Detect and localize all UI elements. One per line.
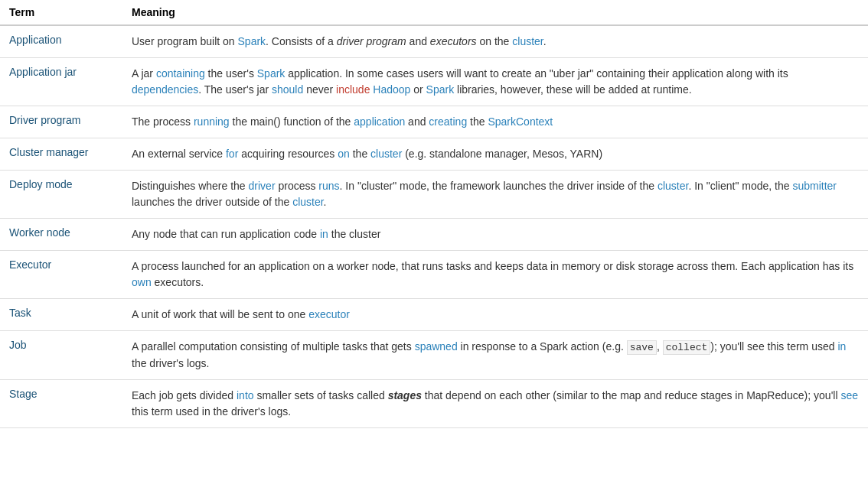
meaning-cell: User program built on Spark. Consists of… bbox=[122, 25, 868, 58]
term-cell: Stage bbox=[0, 379, 122, 427]
term-header: Term bbox=[0, 0, 122, 25]
link-driver: driver bbox=[249, 180, 276, 192]
table-row: Cluster manager An external service for … bbox=[0, 138, 868, 171]
term-cell: Job bbox=[0, 331, 122, 380]
table-row: Application jar A jar containing the use… bbox=[0, 58, 868, 106]
link-in: in bbox=[320, 228, 328, 240]
code-collect: collect bbox=[663, 340, 711, 355]
link-submitter: submitter bbox=[792, 180, 837, 192]
link-into: into bbox=[237, 389, 254, 401]
link-spawned: spawned bbox=[415, 340, 458, 353]
table-row: Application User program built on Spark.… bbox=[0, 25, 868, 58]
meaning-header: Meaning bbox=[122, 0, 868, 25]
meaning-cell: A process launched for an application on… bbox=[122, 251, 868, 299]
link-sparkcontext: SparkContext bbox=[488, 115, 553, 128]
link-cluster2: cluster bbox=[370, 148, 402, 160]
meaning-cell: A parallel computation consisting of mul… bbox=[122, 331, 868, 380]
term-cell: Worker node bbox=[0, 219, 122, 251]
link-on: on bbox=[338, 148, 350, 160]
term-cell: Driver program bbox=[0, 106, 122, 138]
term-cell: Application bbox=[0, 25, 122, 58]
term-cell: Task bbox=[0, 299, 122, 331]
meaning-cell: A jar containing the user's Spark applic… bbox=[122, 58, 868, 106]
link-running: running bbox=[194, 115, 230, 128]
link-dependencies: dependencies bbox=[132, 83, 198, 96]
meaning-cell: Any node that can run application code i… bbox=[122, 219, 868, 251]
meaning-cell: A unit of work that will be sent to one … bbox=[122, 299, 868, 331]
table-row: Driver program The process running the m… bbox=[0, 106, 868, 138]
term-cell: Cluster manager bbox=[0, 138, 122, 171]
link-see: see bbox=[840, 389, 858, 401]
link-spark: Spark bbox=[238, 35, 266, 47]
meaning-cell: An external service for acquiring resour… bbox=[122, 138, 868, 171]
code-save: save bbox=[627, 340, 657, 355]
table-row: Job A parallel computation consisting of… bbox=[0, 331, 868, 380]
term-cell: Deploy mode bbox=[0, 171, 122, 219]
meaning-cell: Each job gets divided into smaller sets … bbox=[122, 379, 868, 427]
link-cluster: cluster bbox=[512, 35, 543, 47]
link-containing: containing bbox=[156, 67, 205, 80]
link-cluster4: cluster bbox=[292, 196, 323, 208]
glossary-table: Term Meaning Application User program bu… bbox=[0, 0, 868, 428]
table-row: Worker node Any node that can run applic… bbox=[0, 219, 868, 251]
table-row: Task A unit of work that will be sent to… bbox=[0, 299, 868, 331]
link-for: for bbox=[226, 148, 238, 160]
link-own: own bbox=[132, 276, 152, 288]
table-row: Stage Each job gets divided into smaller… bbox=[0, 379, 868, 427]
link-hadoop: Hadoop bbox=[373, 83, 410, 96]
link-executor: executor bbox=[308, 308, 350, 320]
link-spark3: Spark bbox=[426, 83, 455, 96]
link-runs: runs bbox=[318, 180, 339, 192]
table-row: Deploy mode Distinguishes where the driv… bbox=[0, 171, 868, 219]
table-row: Executor A process launched for an appli… bbox=[0, 251, 868, 299]
term-cell: Executor bbox=[0, 251, 122, 299]
link-cluster3: cluster bbox=[658, 180, 688, 192]
link-include: include bbox=[336, 83, 370, 96]
term-cell: Application jar bbox=[0, 58, 122, 106]
link-spark2: Spark bbox=[257, 67, 286, 80]
meaning-cell: The process running the main() function … bbox=[122, 106, 868, 138]
link-should: should bbox=[272, 83, 303, 96]
link-creating: creating bbox=[429, 115, 467, 128]
link-application: application bbox=[354, 115, 405, 128]
meaning-cell: Distinguishes where the driver process r… bbox=[122, 171, 868, 219]
link-in2: in bbox=[837, 340, 846, 353]
